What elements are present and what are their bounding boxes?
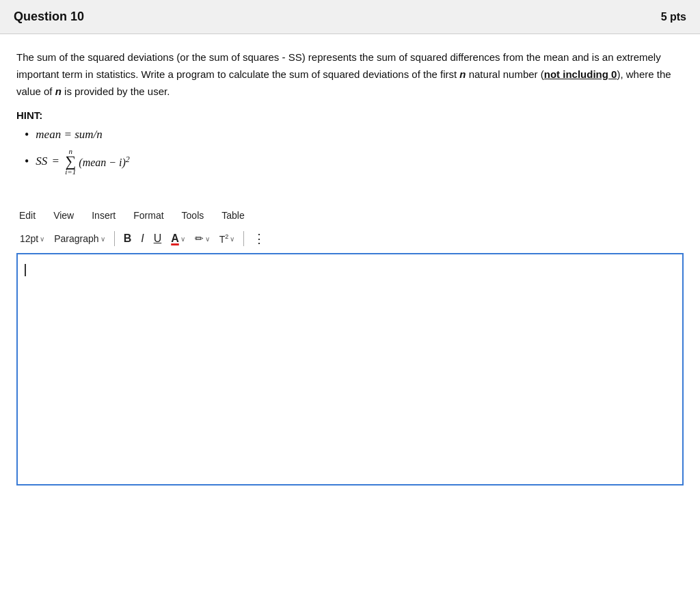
sigma-symbol: n ∑ i=1 bbox=[65, 146, 76, 177]
paragraph-style-select[interactable]: Paragraph ∨ bbox=[51, 232, 108, 245]
question-text: The sum of the squared deviations (or th… bbox=[16, 49, 684, 100]
bold-button[interactable]: B bbox=[120, 231, 135, 246]
font-size-label: 12pt bbox=[20, 233, 38, 244]
hint-formulas: • mean = sum/n • SS = n ∑ i=1 (mean − i)… bbox=[25, 128, 684, 177]
editor-toolbar-outer: Edit View Insert Format Tools Table 12pt… bbox=[0, 200, 700, 253]
highlight-icon: ✏ bbox=[195, 232, 204, 245]
menu-format[interactable]: Format bbox=[131, 209, 166, 222]
menu-table[interactable]: Table bbox=[219, 209, 247, 222]
formula-mean: • mean = sum/n bbox=[25, 128, 684, 142]
question-header: Question 10 5 pts bbox=[0, 0, 700, 34]
font-size-select[interactable]: 12pt ∨ bbox=[16, 232, 48, 245]
question-body: The sum of the squared deviations (or th… bbox=[0, 34, 700, 200]
paragraph-label: Paragraph bbox=[54, 233, 98, 244]
more-options-button[interactable]: ⋮ bbox=[250, 230, 269, 248]
formula-ss: • SS = n ∑ i=1 (mean − i)2 bbox=[25, 146, 684, 177]
underline-icon: U bbox=[154, 232, 162, 245]
highlight-chevron: ∨ bbox=[205, 235, 210, 243]
superscript-button[interactable]: T2 ∨ bbox=[216, 232, 239, 246]
editor-box[interactable] bbox=[16, 253, 684, 485]
menu-bar: Edit View Insert Format Tools Table bbox=[16, 204, 684, 226]
menu-insert[interactable]: Insert bbox=[89, 209, 118, 222]
menu-edit[interactable]: Edit bbox=[16, 209, 38, 222]
superscript-icon: T2 bbox=[219, 233, 229, 245]
question-title: Question 10 bbox=[14, 10, 84, 24]
font-color-button[interactable]: A ∨ bbox=[167, 231, 189, 246]
formula-mean-text: mean = sum/n bbox=[36, 128, 102, 142]
more-options-icon: ⋮ bbox=[253, 231, 266, 246]
underline-button[interactable]: U bbox=[150, 231, 165, 246]
font-color-chevron: ∨ bbox=[180, 235, 185, 243]
question-points: 5 pts bbox=[661, 11, 686, 23]
font-color-icon: A bbox=[171, 232, 179, 245]
editor-area-wrapper bbox=[0, 253, 700, 499]
font-size-chevron: ∨ bbox=[40, 235, 44, 243]
menu-view[interactable]: View bbox=[51, 209, 77, 222]
menu-tools[interactable]: Tools bbox=[179, 209, 207, 222]
bullet-2: • bbox=[25, 155, 29, 168]
highlight-button[interactable]: ✏ ∨ bbox=[191, 231, 213, 246]
formula-ss-text: SS = n ∑ i=1 (mean − i)2 bbox=[36, 146, 130, 177]
superscript-chevron: ∨ bbox=[230, 235, 234, 243]
paragraph-chevron: ∨ bbox=[100, 235, 105, 243]
hint-label: HINT: bbox=[16, 109, 684, 121]
bullet-1: • bbox=[25, 129, 29, 141]
bold-icon: B bbox=[124, 232, 132, 245]
cursor bbox=[25, 264, 26, 276]
divider-1 bbox=[114, 231, 115, 246]
italic-icon: I bbox=[141, 232, 144, 245]
format-toolbar: 12pt ∨ Paragraph ∨ B I U A bbox=[16, 226, 684, 253]
italic-button[interactable]: I bbox=[137, 231, 147, 246]
divider-2 bbox=[243, 231, 244, 246]
